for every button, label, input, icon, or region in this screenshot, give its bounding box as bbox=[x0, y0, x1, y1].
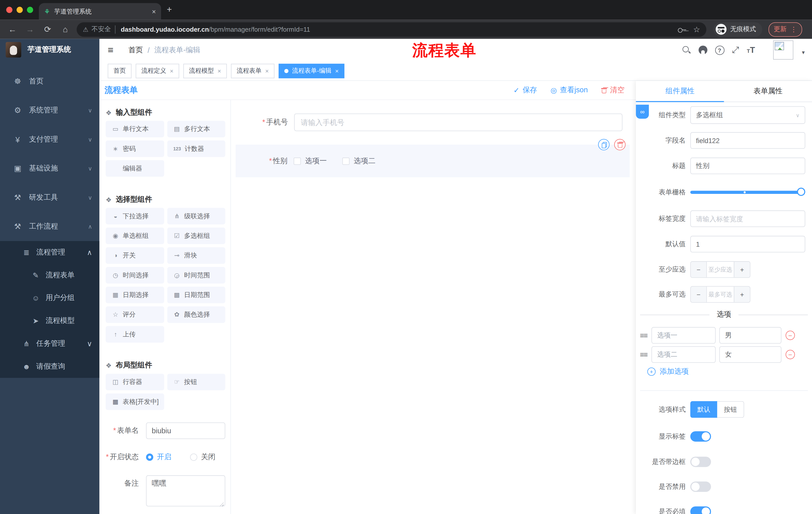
search-icon[interactable] bbox=[682, 46, 691, 54]
url-bar[interactable]: ⚠ 不安全 dashboard.yudao.iocoder.cn /bpm/ma… bbox=[77, 22, 706, 37]
browser-menu-icon[interactable]: ⋮ bbox=[790, 25, 797, 33]
view-json-button[interactable]: ◎ 查看json bbox=[550, 85, 588, 95]
status-off-radio[interactable]: 关闭 bbox=[190, 452, 215, 462]
component-type-select[interactable]: 多选框组∨ bbox=[690, 106, 806, 124]
browser-tab[interactable]: ⚘ 芋道管理系统 × bbox=[39, 3, 161, 20]
github-icon[interactable] bbox=[698, 46, 707, 54]
sidebar-collapse-icon[interactable]: ≡ bbox=[108, 44, 119, 56]
component-single-text[interactable]: ▭单行文本 bbox=[106, 121, 164, 137]
component-radio-group[interactable]: ◉单选框组 bbox=[106, 227, 164, 244]
update-button[interactable]: 更新 ⋮ bbox=[768, 22, 802, 37]
drag-handle-icon[interactable]: ≡≡ bbox=[636, 350, 651, 359]
password-key-icon[interactable] bbox=[677, 25, 686, 33]
component-table[interactable]: ▦表格[开发中] bbox=[106, 393, 164, 410]
form-remark-textarea[interactable]: 嘿嘿 bbox=[146, 475, 225, 507]
home-icon[interactable]: ⌂ bbox=[60, 25, 70, 34]
remove-option-icon[interactable]: − bbox=[786, 350, 795, 359]
component-rate[interactable]: ☆评分 bbox=[106, 306, 164, 323]
phone-input[interactable] bbox=[294, 113, 622, 131]
sidebar-item-payment[interactable]: ¥ 支付管理 ∨ bbox=[0, 125, 99, 154]
security-label[interactable]: 不安全 bbox=[91, 25, 111, 34]
new-tab-button[interactable]: + bbox=[167, 5, 172, 14]
component-time-range[interactable]: ◶时间范围 bbox=[167, 267, 225, 283]
sidebar-item-devtools[interactable]: ⚒ 研发工具 ∨ bbox=[0, 183, 99, 212]
gender-option1-checkbox[interactable]: 选项一 bbox=[294, 156, 327, 165]
component-color-picker[interactable]: ✿颜色选择 bbox=[167, 306, 225, 323]
sidebar-item-process-form[interactable]: ✎ 流程表单 bbox=[0, 264, 99, 287]
field-name-input[interactable] bbox=[690, 132, 806, 149]
border-toggle[interactable] bbox=[690, 457, 711, 467]
close-icon[interactable]: × bbox=[335, 67, 339, 75]
component-button[interactable]: ☞按钮 bbox=[167, 374, 225, 390]
style-button-button[interactable]: 按钮 bbox=[717, 401, 744, 418]
tag-process-form[interactable]: 流程表单 × bbox=[231, 63, 274, 78]
component-date-picker[interactable]: ▦日期选择 bbox=[106, 287, 164, 303]
option-label-input[interactable] bbox=[651, 327, 716, 344]
drag-handle-icon[interactable]: ≡≡ bbox=[636, 331, 651, 340]
tag-process-form-edit-active[interactable]: 流程表单-编辑 × bbox=[279, 63, 344, 78]
phone-field-row[interactable]: *手机号 bbox=[231, 113, 636, 131]
component-cascader[interactable]: ⋔级联选择 bbox=[167, 208, 225, 224]
increment-button[interactable]: + bbox=[734, 262, 750, 277]
form-canvas[interactable]: *手机号 *性别 选项一 选项二 bbox=[231, 100, 636, 514]
min-select-value[interactable]: 至少应选 bbox=[707, 262, 734, 277]
sidebar-item-infra[interactable]: ▣ 基础设施 ∨ bbox=[0, 154, 99, 183]
close-icon[interactable]: × bbox=[265, 67, 268, 75]
fullscreen-icon[interactable]: ⤢ bbox=[732, 45, 739, 55]
component-dropdown[interactable]: ◒下拉选择 bbox=[106, 208, 164, 224]
title-input[interactable] bbox=[690, 158, 806, 174]
status-on-radio[interactable]: 开启 bbox=[146, 452, 171, 462]
sidebar-item-process-model[interactable]: ➤ 流程模型 bbox=[0, 309, 99, 332]
clear-button[interactable]: 清空 bbox=[601, 85, 625, 95]
close-window-button[interactable] bbox=[6, 7, 12, 13]
gender-option2-checkbox[interactable]: 选项二 bbox=[342, 156, 375, 165]
grid-slider[interactable] bbox=[690, 191, 801, 194]
sidebar-item-user-group[interactable]: ☺ 用户分组 bbox=[0, 287, 99, 309]
tab-component-props[interactable]: 组件属性 bbox=[636, 81, 724, 102]
sidebar-item-leave-query[interactable]: ☻ 请假查询 bbox=[0, 355, 99, 378]
bookmark-star-icon[interactable]: ☆ bbox=[693, 25, 700, 34]
component-password[interactable]: ∗密码 bbox=[106, 141, 164, 157]
default-value-input[interactable] bbox=[690, 236, 806, 252]
component-checkbox-group[interactable]: ☑多选框组 bbox=[167, 227, 225, 244]
disabled-toggle[interactable] bbox=[690, 482, 711, 492]
sidebar-item-process-management[interactable]: ≣ 流程管理 ∧ bbox=[0, 241, 99, 264]
required-toggle[interactable] bbox=[690, 507, 711, 514]
minimize-window-button[interactable] bbox=[17, 7, 23, 13]
option-value-input[interactable] bbox=[719, 346, 781, 363]
max-select-value[interactable]: 最多可选 bbox=[707, 287, 734, 302]
tag-process-definition[interactable]: 流程定义 × bbox=[136, 63, 179, 78]
tab-close-icon[interactable]: × bbox=[152, 7, 156, 15]
component-upload[interactable]: ↑上传 bbox=[106, 326, 164, 343]
sidebar-item-system[interactable]: ⚙ 系统管理 ∨ bbox=[0, 96, 99, 125]
tag-process-model[interactable]: 流程模型 × bbox=[183, 63, 227, 78]
window-controls[interactable] bbox=[6, 7, 33, 13]
add-option-button[interactable]: + 添加选项 bbox=[647, 367, 689, 376]
style-default-button[interactable]: 默认 bbox=[690, 401, 717, 418]
help-icon[interactable]: ? bbox=[715, 45, 724, 55]
breadcrumb-home[interactable]: 首页 bbox=[128, 45, 143, 55]
form-name-input[interactable] bbox=[146, 423, 225, 439]
label-width-input[interactable] bbox=[690, 211, 806, 227]
component-slider[interactable]: ⊸滑块 bbox=[167, 247, 225, 264]
remove-option-icon[interactable]: − bbox=[786, 331, 795, 340]
gender-field-selected[interactable]: *性别 选项一 选项二 bbox=[236, 144, 630, 177]
increment-button[interactable]: + bbox=[734, 287, 750, 302]
slider-handle[interactable] bbox=[797, 188, 805, 196]
show-label-toggle[interactable] bbox=[690, 431, 711, 441]
component-counter[interactable]: 123计数器 bbox=[167, 141, 225, 157]
close-icon[interactable]: × bbox=[170, 67, 173, 75]
font-size-icon[interactable]: TT bbox=[747, 45, 755, 55]
close-icon[interactable]: × bbox=[218, 67, 221, 75]
component-row-container[interactable]: ◫行容器 bbox=[106, 374, 164, 390]
component-time-picker[interactable]: ◷时间选择 bbox=[106, 267, 164, 283]
decrement-button[interactable]: − bbox=[691, 262, 707, 277]
component-editor[interactable]: 编辑器 bbox=[106, 160, 164, 177]
sidebar-item-workflow[interactable]: ⚒ 工作流程 ∧ bbox=[0, 212, 99, 241]
sidebar-item-home[interactable]: ☸ 首页 bbox=[0, 67, 99, 96]
component-multi-text[interactable]: ▤多行文本 bbox=[167, 121, 225, 137]
decrement-button[interactable]: − bbox=[691, 287, 707, 302]
delete-component-button[interactable] bbox=[614, 139, 626, 150]
tab-form-props[interactable]: 表单属性 bbox=[724, 81, 812, 102]
maximize-window-button[interactable] bbox=[27, 7, 33, 13]
